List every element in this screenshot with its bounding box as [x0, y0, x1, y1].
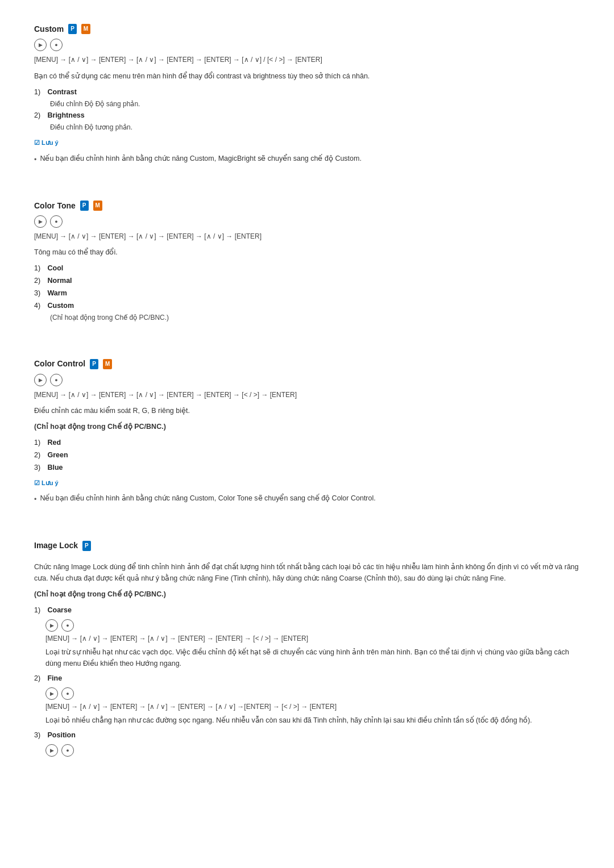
play-icon-color-tone[interactable]: ▶ — [34, 215, 47, 228]
nav-path-fine: [MENU] → [∧ / ∨] → [ENTER] → [∧ / ∨] → [… — [45, 702, 580, 712]
title-text-custom: Custom — [34, 23, 64, 35]
list-item-cool: 1) Cool — [34, 262, 580, 274]
section-color-control: Color Control P M ▶ ● [MENU] → [∧ / ∨] →… — [34, 357, 580, 516]
nav-path-custom: [MENU] → [∧ / ∨] → [ENTER] → [∧ / ∨] → [… — [34, 55, 580, 65]
bullet-text-cc: Nếu bạn điều chỉnh hình ảnh bằng chức nă… — [40, 493, 375, 504]
badge-m-color-control: M — [103, 359, 112, 369]
play-icon-color-control[interactable]: ▶ — [34, 374, 47, 386]
badge-m-color-tone: M — [93, 201, 102, 211]
bullet-cc: • Nếu bạn điều chỉnh hình ảnh bằng chức … — [34, 493, 580, 505]
badge-p-image-lock: P — [82, 541, 91, 551]
icons-row-custom: ▶ ● — [34, 39, 580, 51]
item-sub-contrast: Điều chỉnh Độ Độ sáng phản. — [50, 99, 580, 110]
circle-icon-color-tone[interactable]: ● — [50, 215, 63, 228]
item-sub-custom-ct: (Chỉ hoạt động trong Chế độ PC/BNC.) — [50, 312, 580, 323]
badge-p-color-control: P — [90, 359, 98, 369]
icons-row-color-tone: ▶ ● — [34, 215, 580, 228]
circle-icon-position[interactable]: ● — [61, 744, 74, 757]
note-icon-custom: ☑ Lưu ý — [34, 138, 59, 148]
circle-icon-coarse[interactable]: ● — [61, 619, 74, 632]
play-icon-coarse[interactable]: ▶ — [45, 619, 58, 632]
nav-path-color-tone: [MENU] → [∧ / ∨] → [ENTER] → [∧ / ∨] → [… — [34, 231, 580, 242]
list-item-red: 1) Red — [34, 437, 580, 448]
description2-image-lock: (Chỉ hoạt động trong Chế độ PC/BNC.) — [34, 589, 580, 600]
section-title-color-tone: Color Tone P M — [34, 199, 580, 212]
sub-section-coarse: ▶ ● [MENU] → [∧ / ∨] → [ENTER] → [∧ / ∨]… — [45, 619, 580, 669]
item-sub-brightness: Điều chỉnh Độ tương phản. — [50, 122, 580, 133]
section-title-custom: Custom P M — [34, 23, 580, 35]
circle-icon-custom[interactable]: ● — [50, 39, 63, 51]
description-image-lock: Chức năng Image Lock dùng để tinh chỉnh … — [34, 561, 580, 584]
desc-fine: Loại bỏ nhiều chẳng hạn như các đường sọ… — [45, 715, 580, 726]
icons-row-fine: ▶ ● — [45, 687, 580, 700]
nav-path-color-control: [MENU] → [∧ / ∨] → [ENTER] → [∧ / ∨] → [… — [34, 390, 580, 400]
play-icon-fine[interactable]: ▶ — [45, 687, 58, 700]
circle-icon-fine[interactable]: ● — [61, 687, 74, 700]
icons-row-color-control: ▶ ● — [34, 374, 580, 386]
badge-p-custom: P — [68, 24, 77, 34]
list-item-normal: 2) Normal — [34, 275, 580, 286]
icons-row-position: ▶ ● — [45, 744, 580, 757]
section-image-lock: Image Lock P Chức năng Image Lock dùng đ… — [34, 539, 580, 771]
description2-color-control: (Chỉ hoạt động trong Chế độ PC/BNC.) — [34, 421, 580, 432]
description-custom: Bạn có thể sử dụng các menu trên màn hìn… — [34, 70, 580, 82]
section-title-color-control: Color Control P M — [34, 357, 580, 370]
list-item-warm: 3) Warm — [34, 287, 580, 299]
list-item-custom-ct: 4) Custom — [34, 300, 580, 311]
play-icon-position[interactable]: ▶ — [45, 744, 58, 757]
list-item-blue: 3) Blue — [34, 462, 580, 473]
subitem-coarse: 1) Coarse ▶ ● [MENU] → [∧ / ∨] → [ENTER]… — [34, 604, 580, 669]
nav-path-coarse: [MENU] → [∧ / ∨] → [ENTER] → [∧ / ∨] → [… — [45, 633, 580, 644]
sub-section-position: ▶ ● — [45, 744, 580, 757]
circle-icon-color-control[interactable]: ● — [50, 374, 63, 386]
section-custom: Custom P M ▶ ● [MENU] → [∧ / ∨] → [ENTER… — [34, 23, 580, 177]
icons-row-coarse: ▶ ● — [45, 619, 580, 632]
title-text-color-control: Color Control — [34, 357, 85, 370]
bullet-text-custom: Nếu bạn điều chỉnh hình ảnh bằng chức nă… — [40, 153, 362, 164]
note-box-cc: ☑ Lưu ý — [34, 478, 580, 489]
play-icon-custom[interactable]: ▶ — [34, 39, 47, 51]
section-title-image-lock: Image Lock P — [34, 539, 580, 552]
section-color-tone: Color Tone P M ▶ ● [MENU] → [∧ / ∨] → [E… — [34, 199, 580, 335]
note-icon-cc: ☑ Lưu ý — [34, 478, 59, 489]
subitem-position: 3) Position ▶ ● — [34, 729, 580, 757]
subitem-fine: 2) Fine ▶ ● [MENU] → [∧ / ∨] → [ENTER] →… — [34, 673, 580, 726]
description-color-control: Điều chỉnh các màu kiểm soát R, G, B riê… — [34, 405, 580, 416]
badge-m-custom: M — [81, 24, 90, 34]
badge-p-color-tone: P — [80, 201, 89, 211]
bullet-custom: • Nếu bạn điều chỉnh hình ảnh bằng chức … — [34, 153, 580, 165]
title-text-color-tone: Color Tone — [34, 199, 76, 212]
sub-section-fine: ▶ ● [MENU] → [∧ / ∨] → [ENTER] → [∧ / ∨]… — [45, 687, 580, 726]
list-item-contrast: 1) Contrast — [34, 86, 580, 98]
list-item-green: 2) Green — [34, 449, 580, 461]
desc-coarse: Loại trừ sự nhiễu hạt như các vạch dọc. … — [45, 646, 580, 669]
list-item-brightness: 2) Brightness — [34, 110, 580, 121]
description-color-tone: Tông màu có thể thay đổi. — [34, 247, 580, 258]
title-text-image-lock: Image Lock — [34, 539, 78, 552]
note-box-custom: ☑ Lưu ý — [34, 137, 580, 148]
